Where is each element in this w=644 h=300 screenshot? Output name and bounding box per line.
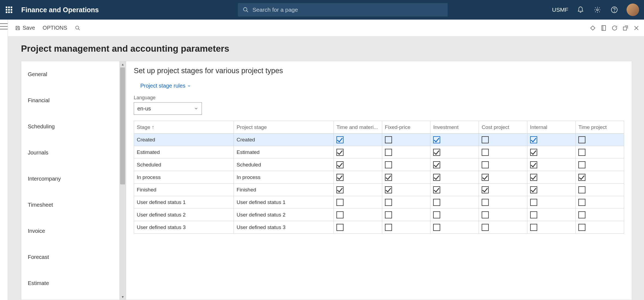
help-button[interactable] [610, 5, 619, 14]
column-header[interactable]: Investment [430, 121, 479, 134]
checkbox[interactable] [385, 186, 392, 193]
checkbox[interactable] [336, 161, 344, 168]
checkbox-cell[interactable] [430, 146, 479, 159]
stage-cell[interactable]: User defined status 1 [134, 196, 234, 209]
table-row[interactable]: ScheduledScheduled [134, 159, 624, 171]
checkbox-cell[interactable] [576, 184, 624, 196]
refresh-button[interactable] [609, 23, 620, 33]
checkbox-cell[interactable] [333, 171, 382, 184]
checkbox[interactable] [433, 199, 440, 206]
scroll-thumb[interactable] [120, 67, 125, 184]
checkbox-cell[interactable] [382, 209, 430, 221]
checkbox[interactable] [336, 224, 344, 231]
stage-cell[interactable]: Scheduled [134, 159, 234, 171]
stage-cell[interactable]: Created [134, 134, 234, 146]
checkbox-cell[interactable] [333, 221, 382, 234]
checkbox[interactable] [530, 161, 537, 168]
checkbox-cell[interactable] [333, 159, 382, 171]
sidebar-item-financial[interactable]: Financial [21, 87, 119, 113]
project-stage-cell[interactable]: In process [234, 171, 333, 184]
checkbox-cell[interactable] [333, 209, 382, 221]
checkbox[interactable] [385, 211, 392, 218]
checkbox-cell[interactable] [382, 171, 430, 184]
column-header[interactable]: Project stage [234, 121, 333, 134]
user-avatar[interactable] [627, 4, 639, 16]
project-stage-grid[interactable]: StageProject stageTime and materi...Fixe… [134, 121, 624, 234]
project-stage-cell[interactable]: Estimated [234, 146, 333, 159]
checkbox[interactable] [482, 161, 489, 168]
checkbox[interactable] [482, 224, 489, 231]
checkbox-cell[interactable] [430, 171, 479, 184]
column-header[interactable]: Cost project [479, 121, 527, 134]
stage-cell[interactable]: Estimated [134, 146, 234, 159]
global-search[interactable] [238, 3, 448, 17]
close-button[interactable] [631, 23, 642, 33]
checkbox-cell[interactable] [479, 159, 527, 171]
project-stage-cell[interactable]: Finished [234, 184, 333, 196]
checkbox[interactable] [336, 136, 344, 143]
checkbox-cell[interactable] [576, 159, 624, 171]
checkbox[interactable] [433, 149, 440, 156]
checkbox-cell[interactable] [527, 146, 576, 159]
checkbox-cell[interactable] [479, 171, 527, 184]
stage-cell[interactable]: User defined status 2 [134, 209, 234, 221]
checkbox[interactable] [578, 186, 585, 193]
settings-button[interactable] [593, 5, 602, 14]
checkbox[interactable] [433, 186, 440, 193]
notifications-button[interactable] [576, 5, 585, 14]
checkbox-cell[interactable] [479, 209, 527, 221]
sidebar-item-forecast[interactable]: Forecast [21, 244, 119, 270]
save-button[interactable]: Save [11, 23, 39, 33]
checkbox[interactable] [482, 149, 489, 156]
checkbox-cell[interactable] [333, 134, 382, 146]
checkbox[interactable] [530, 174, 537, 181]
checkbox[interactable] [433, 211, 440, 218]
checkbox[interactable] [578, 224, 585, 231]
checkbox[interactable] [530, 136, 537, 143]
sidebar-item-intercompany[interactable]: Intercompany [21, 166, 119, 192]
checkbox-cell[interactable] [576, 221, 624, 234]
table-row[interactable]: FinishedFinished [134, 184, 624, 196]
checkbox-cell[interactable] [527, 196, 576, 209]
checkbox-cell[interactable] [430, 196, 479, 209]
waffle-app-launcher[interactable] [5, 6, 13, 14]
checkbox-cell[interactable] [333, 184, 382, 196]
checkbox-cell[interactable] [430, 134, 479, 146]
checkbox-cell[interactable] [527, 134, 576, 146]
project-stage-rules-link[interactable]: Project stage rules [140, 83, 191, 89]
project-stage-cell[interactable]: Scheduled [234, 159, 333, 171]
checkbox[interactable] [578, 211, 585, 218]
checkbox-cell[interactable] [527, 209, 576, 221]
checkbox[interactable] [482, 174, 489, 181]
table-row[interactable]: User defined status 1User defined status… [134, 196, 624, 209]
checkbox[interactable] [530, 149, 537, 156]
checkbox[interactable] [578, 174, 585, 181]
checkbox-cell[interactable] [430, 221, 479, 234]
checkbox[interactable] [385, 174, 392, 181]
sidebar-item-general[interactable]: General [21, 61, 119, 87]
checkbox-cell[interactable] [479, 196, 527, 209]
sidebar-item-timesheet[interactable]: Timesheet [21, 192, 119, 218]
checkbox-cell[interactable] [382, 146, 430, 159]
checkbox-cell[interactable] [382, 184, 430, 196]
checkbox-cell[interactable] [527, 159, 576, 171]
checkbox[interactable] [385, 224, 392, 231]
checkbox[interactable] [578, 136, 585, 143]
checkbox[interactable] [578, 199, 585, 206]
options-button[interactable]: OPTIONS [39, 23, 71, 33]
language-combo[interactable]: en-us [134, 102, 202, 115]
project-stage-cell[interactable]: User defined status 1 [234, 196, 333, 209]
sidebar-item-journals[interactable]: Journals [21, 140, 119, 166]
checkbox[interactable] [385, 136, 392, 143]
checkbox[interactable] [482, 211, 489, 218]
sidebar-item-scheduling[interactable]: Scheduling [21, 113, 119, 140]
checkbox[interactable] [433, 174, 440, 181]
checkbox[interactable] [482, 186, 489, 193]
checkbox-cell[interactable] [382, 159, 430, 171]
checkbox[interactable] [578, 161, 585, 168]
project-stage-cell[interactable]: Created [234, 134, 333, 146]
sidebar-item-invoice[interactable]: Invoice [21, 218, 119, 244]
column-header[interactable]: Time project [576, 121, 624, 134]
table-row[interactable]: User defined status 3User defined status… [134, 221, 624, 234]
sidebar-item-estimate[interactable]: Estimate [21, 270, 119, 296]
